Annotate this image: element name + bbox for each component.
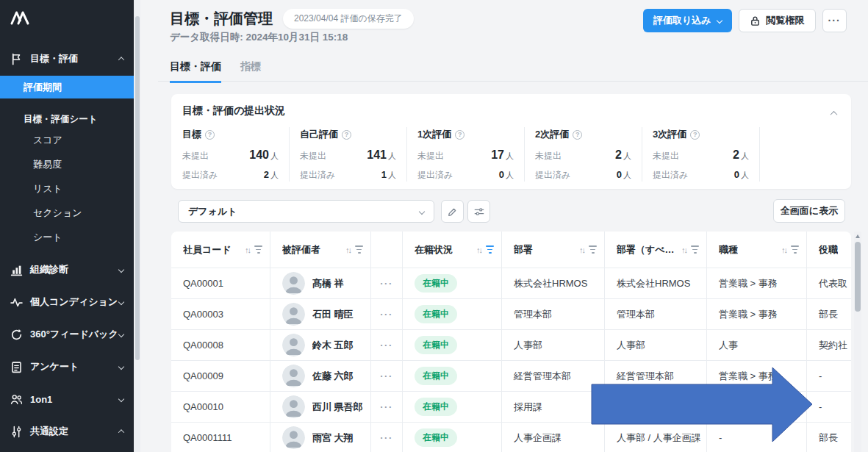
fullscreen-button[interactable]: 全画面に表示 xyxy=(773,199,845,223)
status-badge: 在籍中 xyxy=(415,398,457,416)
filter-icon[interactable] xyxy=(254,245,262,253)
hrmos-logo-icon[interactable] xyxy=(10,9,29,26)
avatar[interactable] xyxy=(282,303,305,326)
sidebar-item-common-settings[interactable]: 共通設定 xyxy=(0,420,134,443)
sort-icon[interactable]: ↑↓ xyxy=(781,245,786,254)
col-header-code: 社員コード xyxy=(183,243,232,257)
title-cell: - xyxy=(819,370,822,381)
row-actions-button[interactable]: ··· xyxy=(380,309,393,320)
more-actions-button[interactable]: ··· xyxy=(822,9,847,32)
filter-icon[interactable] xyxy=(355,245,363,253)
sidebar-item-difficulty[interactable]: 難易度 xyxy=(0,152,134,176)
sidebar-item-goal-eval[interactable]: 目標・評価 xyxy=(0,47,134,71)
dept-cell: 株式会社HRMOS xyxy=(514,277,587,290)
dept-cell: 人事企画課 xyxy=(514,431,562,445)
page-title: 目標・評価管理 xyxy=(170,9,273,29)
filter-icon-active[interactable] xyxy=(486,245,494,253)
sidebar-item-org-diagnosis[interactable]: 組織診断 xyxy=(0,258,134,281)
avatar[interactable] xyxy=(282,395,305,418)
edit-view-button[interactable] xyxy=(441,200,464,223)
table-row[interactable]: QA00001 髙橋 祥 ··· 在籍中 株式会社HRMOS 株式会社HRMOS… xyxy=(171,268,851,299)
employee-name[interactable]: 髙橋 祥 xyxy=(312,277,344,290)
sidebar-item-survey[interactable]: アンケート xyxy=(0,355,134,379)
scroll-up-arrow-icon[interactable] xyxy=(856,234,860,238)
tab-goal-eval[interactable]: 目標・評価 xyxy=(170,60,221,83)
table-row[interactable]: QA0001111 雨宮 大翔 ··· 在籍中 人事企画課 人事部 / 人事企画… xyxy=(171,423,851,452)
sidebar-item-list[interactable]: リスト xyxy=(0,176,134,201)
help-icon[interactable]: ? xyxy=(342,130,351,140)
tab-indicator[interactable]: 指標 xyxy=(240,60,261,83)
tab-label: 指標 xyxy=(240,60,261,72)
table-scrollbar[interactable] xyxy=(854,232,861,452)
avatar[interactable] xyxy=(282,365,305,387)
help-icon[interactable]: ? xyxy=(690,130,700,140)
employee-name[interactable]: 西川 県吾郎 xyxy=(312,401,363,414)
employee-name[interactable]: 佐藤 六郎 xyxy=(312,370,354,383)
row-actions-button[interactable]: ··· xyxy=(380,370,393,381)
avatar[interactable] xyxy=(282,426,305,449)
sidebar-scrollbar[interactable] xyxy=(134,0,140,452)
employee-name[interactable]: 石田 晴臣 xyxy=(312,308,354,321)
sidebar-item-personal-condition[interactable]: 個人コンディション xyxy=(0,290,134,314)
title-cell: 代表取 xyxy=(819,277,847,290)
row-actions-button[interactable]: ··· xyxy=(380,340,393,351)
avatar[interactable] xyxy=(282,272,305,295)
lock-icon xyxy=(750,15,761,26)
sidebar-item-360-feedback[interactable]: 360°フィードバック xyxy=(0,323,134,346)
employee-name[interactable]: 雨宮 大翔 xyxy=(312,431,354,445)
col-header-status: 在籍状況 xyxy=(415,243,453,257)
job-cell: 営業職 > 事務 xyxy=(719,308,778,321)
table-row[interactable]: QA00010 西川 県吾郎 ··· 在籍中 採用課 - xyxy=(171,392,851,423)
employee-name[interactable]: 鈴木 五郎 xyxy=(312,339,354,352)
sort-icon[interactable]: ↑↓ xyxy=(245,245,250,254)
sort-icon[interactable]: ↑↓ xyxy=(579,245,584,254)
help-icon[interactable]: ? xyxy=(573,130,582,140)
filter-icon[interactable] xyxy=(589,245,597,253)
unit-label: 人 xyxy=(270,171,279,179)
row-actions-button[interactable]: ··· xyxy=(380,278,393,289)
status-badge: 在籍中 xyxy=(415,336,457,354)
view-select[interactable]: デフォルト xyxy=(178,200,434,223)
submitted-count: 1 xyxy=(381,169,387,180)
unit-label: 人 xyxy=(623,151,631,160)
sidebar-item-score[interactable]: スコア xyxy=(0,128,134,152)
person-photo-icon xyxy=(282,365,305,387)
import-evaluation-button[interactable]: 評価取り込み xyxy=(643,9,732,32)
sidebar-item-1on1[interactable]: 1on1 xyxy=(0,387,134,411)
avatar[interactable] xyxy=(282,334,305,356)
sidebar-item-eval-period[interactable]: 評価期間 xyxy=(0,76,134,98)
sort-icon[interactable]: ↑↓ xyxy=(681,245,686,254)
sort-icon[interactable]: ↑↓ xyxy=(476,245,481,254)
employee-code: QA00008 xyxy=(183,340,223,351)
view-permission-button[interactable]: 閲覧権限 xyxy=(739,9,816,32)
submitted-count: 0 xyxy=(499,169,504,180)
status-badge: 在籍中 xyxy=(415,428,457,447)
help-icon[interactable]: ? xyxy=(455,130,465,140)
row-actions-button[interactable]: ··· xyxy=(380,401,393,412)
chevron-up-icon xyxy=(831,111,838,118)
summary-group-goal: 目標? 未提出140人 提出済み2人 xyxy=(182,127,290,182)
table-scrollbar-thumb[interactable] xyxy=(855,242,861,312)
sidebar-item-label: 1on1 xyxy=(30,394,119,405)
unit-label: 人 xyxy=(623,171,631,179)
filter-settings-button[interactable] xyxy=(467,200,490,223)
table-row[interactable]: QA00008 鈴木 五郎 ··· 在籍中 人事部 人事部 人事 契約社 xyxy=(171,330,851,361)
person-photo-icon xyxy=(282,334,305,356)
sidebar-item-label: 個人コンディション xyxy=(30,295,119,309)
sidebar-item-label: 360°フィードバック xyxy=(30,328,119,341)
table-row[interactable]: QA00009 佐藤 六郎 ··· 在籍中 経営管理本部 経営管理本部 営業職 … xyxy=(171,361,851,392)
filter-icon[interactable] xyxy=(691,245,699,253)
sidebar-scrollbar-thumb[interactable] xyxy=(135,16,140,360)
header-actions: 評価取り込み 閲覧権限 ··· xyxy=(643,9,847,32)
help-icon[interactable]: ? xyxy=(205,130,215,140)
sidebar-item-goal-eval-sheet[interactable]: 目標・評価シート xyxy=(0,110,134,128)
table-row[interactable]: QA00003 石田 晴臣 ··· 在籍中 管理本部 管理本部 営業職 > 事務… xyxy=(171,299,851,330)
sort-icon[interactable]: ↑↓ xyxy=(345,245,351,254)
panel-collapse-button[interactable] xyxy=(831,107,836,118)
sidebar-item-label: シート xyxy=(33,231,62,244)
employee-code: QA0001111 xyxy=(183,432,232,443)
sidebar-item-section[interactable]: セクション xyxy=(0,201,134,225)
sidebar-item-sheet[interactable]: シート xyxy=(0,225,134,249)
filter-icon[interactable] xyxy=(791,245,799,253)
row-actions-button[interactable]: ··· xyxy=(380,432,393,443)
